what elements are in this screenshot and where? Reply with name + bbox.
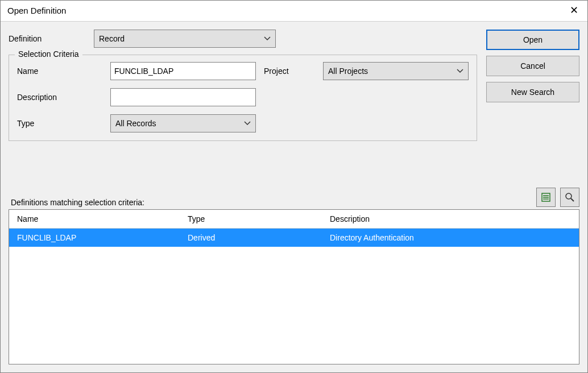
magnify-icon: [565, 192, 575, 202]
table-row[interactable]: FUNCLIB_LDAP Derived Directory Authentic…: [9, 229, 579, 247]
description-label: Description: [17, 93, 102, 102]
column-name[interactable]: Name: [9, 210, 180, 228]
svg-line-5: [571, 198, 574, 201]
dialog-body: Definition Record Selection Criteria Nam…: [1, 22, 587, 190]
type-combo[interactable]: All Records: [110, 114, 256, 132]
selection-criteria-legend: Selection Criteria: [15, 49, 82, 59]
cancel-button[interactable]: Cancel: [486, 56, 579, 76]
name-label: Name: [17, 67, 102, 76]
selection-criteria-group: Selection Criteria Name Project All Proj…: [9, 55, 477, 141]
project-combo[interactable]: All Projects: [323, 62, 469, 80]
upper-section: Definition Record Selection Criteria Nam…: [9, 30, 579, 141]
definition-combo-value: Record: [99, 34, 125, 43]
list-view-button[interactable]: [536, 188, 556, 207]
matching-row: Definitions matching selection criteria:: [1, 190, 587, 209]
type-label: Type: [17, 119, 102, 128]
close-icon[interactable]: ✕: [566, 4, 582, 16]
column-description[interactable]: Description: [322, 210, 579, 228]
results-body: FUNCLIB_LDAP Derived Directory Authentic…: [9, 229, 579, 364]
type-combo-value: All Records: [115, 119, 156, 128]
chevron-down-icon: [457, 69, 463, 73]
definition-label: Definition: [9, 34, 94, 43]
row-type: Derived: [180, 231, 322, 244]
magnify-button[interactable]: [560, 188, 579, 207]
results-list[interactable]: Name Type Description FUNCLIB_LDAP Deriv…: [9, 209, 579, 365]
titlebar: Open Definition ✕: [1, 1, 587, 22]
open-button[interactable]: Open: [486, 30, 579, 50]
results-header: Name Type Description: [9, 210, 579, 229]
svg-point-4: [566, 193, 572, 199]
chevron-down-icon: [264, 36, 271, 41]
criteria-grid: Name Project All Projects Description: [17, 62, 469, 132]
list-toolbar: [536, 188, 579, 207]
chevron-down-icon: [244, 121, 251, 126]
list-icon: [541, 192, 551, 202]
column-type[interactable]: Type: [180, 210, 322, 228]
window-title: Open Definition: [7, 6, 566, 15]
new-search-button[interactable]: New Search: [486, 82, 579, 102]
project-label: Project: [264, 67, 315, 76]
action-buttons: Open Cancel New Search: [486, 30, 579, 141]
definition-row: Definition Record: [9, 30, 477, 48]
left-pane: Definition Record Selection Criteria Nam…: [9, 30, 477, 141]
description-input[interactable]: [110, 88, 256, 106]
row-description: Directory Authentication: [322, 231, 579, 244]
row-name: FUNCLIB_LDAP: [9, 231, 180, 244]
name-input[interactable]: [110, 62, 256, 80]
matching-label: Definitions matching selection criteria:: [11, 198, 536, 207]
open-definition-dialog: Open Definition ✕ Definition Record Sele…: [0, 0, 588, 373]
project-combo-value: All Projects: [328, 67, 368, 76]
definition-combo[interactable]: Record: [94, 30, 276, 48]
